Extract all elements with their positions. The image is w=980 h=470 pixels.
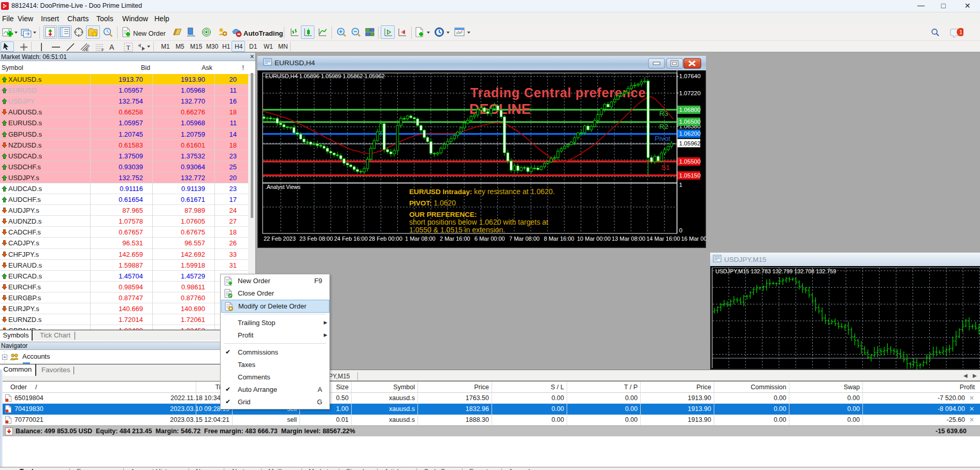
svg-text:13 Mar 08:00: 13 Mar 08:00: [612, 236, 645, 242]
svg-text:28 Feb 00:00: 28 Feb 00:00: [369, 236, 402, 242]
svg-text:USDJPY,M15: USDJPY,M15: [724, 256, 767, 263]
svg-text:USDJPY,M15 132.783 132.799 13: USDJPY,M15 132.783 132.799 132.708 132.7…: [715, 268, 836, 274]
svg-text:1: 1: [959, 29, 962, 35]
svg-text:1.06500: 1.06500: [679, 119, 701, 125]
svg-text:E: E: [86, 48, 89, 52]
svg-text:R2: R2: [659, 123, 668, 130]
svg-text:1: 1: [679, 182, 682, 188]
svg-text:short positions below 1.0620 w: short positions below 1.0620 with target…: [409, 218, 549, 226]
svg-text:Pivot: Pivot: [655, 135, 670, 142]
svg-text:8 Mar 16:00: 8 Mar 16:00: [544, 236, 574, 242]
svg-text:1.07220: 1.07220: [679, 90, 701, 96]
svg-text:6 Mar 00:00: 6 Mar 00:00: [474, 236, 505, 242]
svg-text:1.05962: 1.05962: [679, 140, 701, 146]
svg-text:Trading Central preference: Trading Central preference: [470, 85, 646, 100]
svg-text:10 Mar 00:00: 10 Mar 00:00: [577, 236, 611, 242]
svg-text:OUR PREFERENCE:: OUR PREFERENCE:: [409, 211, 477, 218]
svg-text:1.0550 & 1.0515 in extension.: 1.0550 & 1.0515 in extension.: [409, 226, 505, 234]
svg-text:7 Mar 08:00: 7 Mar 08:00: [509, 236, 540, 242]
svg-text:16 Mar 00:00: 16 Mar 00:00: [681, 236, 706, 242]
svg-text:EURUSD,H4: EURUSD,H4: [275, 59, 315, 67]
svg-text:1.05500: 1.05500: [679, 158, 701, 165]
svg-text:2 Mar 16:00: 2 Mar 16:00: [440, 236, 470, 242]
svg-text:1.07640: 1.07640: [679, 73, 701, 79]
svg-text:22 Feb 2023: 22 Feb 2023: [264, 236, 296, 242]
svg-text:T: T: [126, 44, 131, 51]
svg-text:0: 0: [679, 227, 682, 233]
svg-text:EUR/USD Intraday: key resista: EUR/USD Intraday: key resistance at 1.06…: [409, 187, 555, 196]
svg-text:14 Mar 16:00: 14 Mar 16:00: [646, 236, 680, 242]
svg-text:1.06800: 1.06800: [679, 107, 701, 113]
svg-text:23 Feb 08:00: 23 Feb 08:00: [299, 236, 333, 242]
svg-text:1.05150: 1.05150: [679, 172, 701, 179]
svg-text:1 Mar 08:00: 1 Mar 08:00: [405, 236, 436, 242]
svg-text:24 Feb 16:00: 24 Feb 16:00: [334, 236, 368, 242]
svg-text:F: F: [102, 48, 104, 52]
svg-text:PIVOT: 1.0620: PIVOT: 1.0620: [409, 199, 456, 207]
svg-text:EURUSD,H4 1.05896 1.05989 1.0: EURUSD,H4 1.05896 1.05989 1.05862 1.0596…: [265, 73, 385, 79]
svg-text:S1: S1: [661, 164, 670, 171]
svg-text:1.06200: 1.06200: [679, 130, 701, 137]
svg-text:.Analyst Views: .Analyst Views: [265, 184, 300, 190]
